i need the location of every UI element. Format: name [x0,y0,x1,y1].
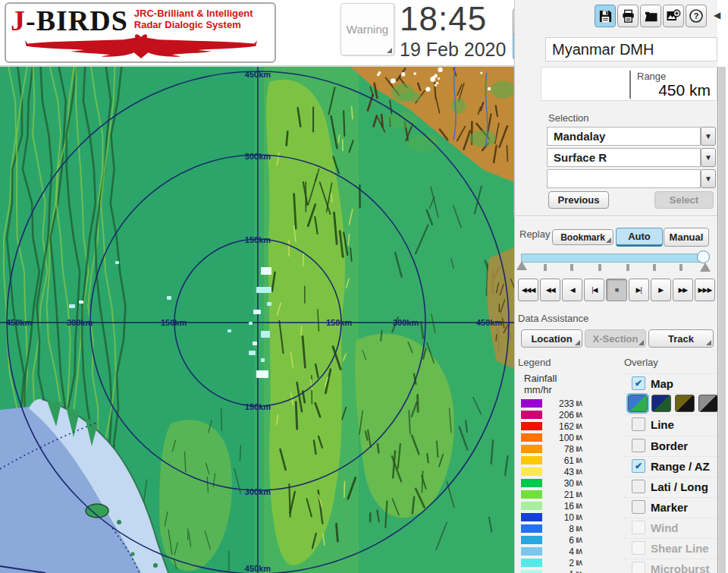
playback-step-back-button[interactable]: |◀ [584,279,604,301]
lati-long-checkbox[interactable] [632,480,645,493]
panel-scrollbar[interactable] [717,67,726,573]
border-checkbox[interactable] [632,439,645,452]
less-equal-icon: ≦ [575,468,585,475]
manual-button[interactable]: Manual [664,228,709,247]
open-folder-button[interactable] [640,5,661,27]
legend-row: 16≦ [521,500,604,512]
extra-dropdown-arrow-icon[interactable]: ▼ [701,169,716,188]
rain-echo [228,329,231,332]
less-equal-icon: ≦ [575,434,585,441]
slider-tick [679,264,682,271]
map-checkbox[interactable]: ✔ [632,376,645,390]
header-bar: J-BIRDS JRC-Brilliant & Intelligent Rada… [0,0,540,67]
lati-long-label: Lati / Long [651,480,708,493]
legend-color-swatch [521,524,542,533]
legend-value: 78 [542,444,574,455]
less-equal-icon: ≦ [575,502,585,509]
playback-stop-button[interactable]: ■ [606,279,626,301]
rain-echo [256,370,268,378]
less-equal-icon: ≦ [575,411,585,418]
border-label: Border [651,439,688,452]
range-ring-label: 150km [326,318,352,327]
less-equal-icon: ≦ [575,537,585,543]
separator [515,216,718,217]
playback-jump-end-button[interactable]: ▶▶▶ [695,279,715,301]
less-equal-icon: ≦ [575,548,585,555]
slider-tick [570,264,573,271]
legend-row: 21≦ [521,489,604,500]
control-panel: ? ◀ Myanmar DMH Range 450 km Selection M… [514,0,717,573]
track-button[interactable]: Track [648,329,714,348]
map-style-gray-black-button[interactable] [698,395,718,412]
playback-play-button[interactable]: ▶ [651,279,671,301]
overlay-row-wind: Wind [624,518,718,537]
map-style-olive-black-button[interactable] [675,395,695,412]
legend-row: 206≦ [521,409,604,420]
replay-slider-thumb[interactable] [697,250,710,263]
help-button[interactable]: ? [686,5,707,27]
site-dropdown[interactable]: Mandalay [547,127,701,146]
save-button[interactable] [595,5,616,27]
replay-slider-track[interactable] [521,253,704,263]
shear-line-label: Shear Line [651,542,709,555]
legend-row: 162≦ [521,420,604,432]
bookmark-button[interactable]: Bookmark [552,229,613,245]
legend-unit: mm/hr [524,384,552,395]
open-folder-icon [644,9,658,24]
radar-map-canvas: 450km300km150km150km300km450km450km300km… [0,67,514,573]
legend-row: 2≦ [521,557,604,568]
station-title: Myanmar DMH [545,37,717,61]
legend-color-swatch [521,513,542,521]
legend-color-swatch [521,536,542,544]
overlay-label: Overlay [624,357,658,368]
extra-dropdown[interactable] [547,169,701,188]
playback-jump-start-button[interactable]: ◀◀◀ [518,279,538,301]
line-checkbox[interactable] [632,417,645,431]
rain-echo [261,267,271,275]
playback-fast-rewind-button[interactable]: ◀◀ [540,279,560,301]
playback-step-forward-button[interactable]: ▶| [629,279,649,301]
playback-rewind-button[interactable]: ◀ [562,279,582,301]
legend-color-swatch [521,468,542,476]
rain-echo [79,301,83,304]
legend-color-swatch [521,456,542,464]
jbirds-logo: J-BIRDS JRC-Brilliant & Intelligent Rada… [5,2,276,63]
slider-tick [598,264,601,271]
less-equal-icon: ≦ [575,491,585,498]
select-button: Select [654,191,714,209]
range-ring-label: 150km [161,318,187,327]
legend-row: 6≦ [521,534,604,546]
legend-value: 10 [542,512,574,523]
range-value: 450 km [658,81,711,99]
product-dropdown-arrow-icon[interactable]: ▼ [701,148,716,167]
legend-value: 6 [542,535,574,546]
legend-row: 61≦ [521,455,604,466]
add-image-icon [666,8,681,24]
legend-color-swatch [521,411,542,419]
warning-button[interactable]: Warning [340,3,394,55]
product-dropdown[interactable]: Surface R [547,148,701,167]
add-image-button[interactable] [663,5,684,27]
marker-checkbox[interactable] [632,500,645,514]
legend-color-swatch [521,547,542,556]
legend-color-swatch [521,399,542,408]
site-dropdown-arrow-icon[interactable]: ▼ [701,127,716,146]
map-style-navy-darkgreen-button[interactable] [651,395,671,412]
range-az-checkbox[interactable]: ✔ [632,459,645,473]
rain-echo [69,304,75,308]
legend-row: 10≦ [521,512,604,523]
legend-value: 8 [542,524,574,534]
legend-value: 43 [542,467,574,477]
logo-title: J-BIRDS [11,5,128,36]
auto-button[interactable]: Auto [616,228,663,247]
previous-button[interactable]: Previous [548,191,609,209]
clock-time: 18:45 [400,0,513,39]
print-button[interactable] [617,5,639,27]
less-equal-icon: ≦ [575,525,585,532]
playback-fast-forward-button[interactable]: ▶▶ [673,279,693,301]
legend-value: 30 [542,478,574,489]
map-style-blue-green-button[interactable] [628,395,648,412]
radar-map[interactable]: 450km300km150km150km300km450km450km300km… [0,67,514,573]
panel-collapse-icon[interactable]: ◀ [714,10,720,20]
location-button[interactable]: Location [521,329,582,348]
